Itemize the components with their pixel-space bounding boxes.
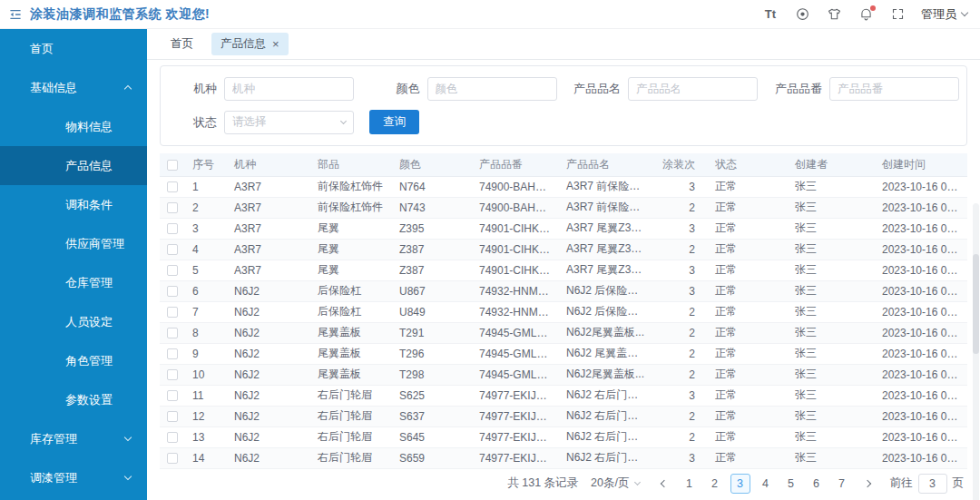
cell-seq: 2 <box>185 197 227 218</box>
page-4[interactable]: 4 <box>756 474 776 494</box>
page-size-select[interactable]: 20条/页 <box>591 475 639 491</box>
table-row[interactable]: 3 A3R7 尾翼 Z395 74901-CIHK00... A3R7 尾翼Z3… <box>160 218 967 239</box>
row-checkbox[interactable] <box>167 181 178 192</box>
scrollbar-thumb[interactable] <box>973 254 979 354</box>
total-records: 共 131 条记录 <box>507 475 578 491</box>
content-area: 机种 颜色 产品品名 <box>147 60 980 500</box>
row-checkbox[interactable] <box>167 307 178 318</box>
dashboard-target-icon[interactable] <box>794 6 810 23</box>
cell-status: 正常 <box>708 301 788 322</box>
cell-model: N6J2 <box>227 280 310 301</box>
color-input[interactable] <box>427 77 557 101</box>
sidebar-item-material-info[interactable]: 物料信息 <box>0 107 147 146</box>
table-row[interactable]: 2 A3R7 前保险杠饰件 N743 74900-BAHG00... A3R7 … <box>160 197 967 218</box>
row-checkbox[interactable] <box>167 453 178 464</box>
search-button[interactable]: 查询 <box>369 110 419 134</box>
row-checkbox[interactable] <box>167 390 178 401</box>
select-all-checkbox[interactable] <box>167 160 178 171</box>
sidebar-item-paint-mix-mgmt[interactable]: 调漆管理 <box>0 458 147 497</box>
product-no-input[interactable] <box>829 77 959 101</box>
cell-part: 尾翼盖板 <box>310 364 392 385</box>
table-row[interactable]: 10 N6J2 尾翼盖板 T298 74945-GMLO0... N6J2尾翼盖… <box>160 364 967 385</box>
cell-created: 2023-10-16 00... <box>875 301 967 322</box>
row-checkbox[interactable] <box>167 411 178 422</box>
row-checkbox[interactable] <box>167 328 178 338</box>
sidebar-item-supplier-mgmt[interactable]: 供应商管理 <box>0 224 147 263</box>
cell-creator: 张三 <box>788 385 875 406</box>
cell-product-name: N6J2 右后门轮... <box>559 426 653 447</box>
sidebar-item-mix-condition[interactable]: 调和条件 <box>0 185 147 224</box>
sidebar-item-parameter-setting[interactable]: 参数设置 <box>0 380 147 419</box>
table-row[interactable]: 8 N6J2 尾翼盖板 T291 74945-GMLO0... N6J2尾翼盖板… <box>160 322 967 343</box>
row-checkbox[interactable] <box>167 244 178 255</box>
row-checkbox[interactable] <box>167 348 178 359</box>
row-checkbox[interactable] <box>167 202 178 213</box>
cell-creator: 张三 <box>788 301 875 322</box>
cell-part-no: 74977-EKIJM0... <box>472 426 559 447</box>
cell-coats: 2 <box>653 239 708 260</box>
page-5[interactable]: 5 <box>781 474 801 494</box>
row-checkbox[interactable] <box>167 286 178 297</box>
page-6[interactable]: 6 <box>807 474 827 494</box>
vertical-scrollbar[interactable] <box>973 203 979 500</box>
tab-product-info[interactable]: 产品信息 × <box>211 33 289 55</box>
tab-home[interactable]: 首页 <box>165 33 199 55</box>
page-7[interactable]: 7 <box>832 474 852 494</box>
row-checkbox[interactable] <box>167 265 178 276</box>
tab-label: 产品信息 <box>220 36 266 52</box>
table-row[interactable]: 6 N6J2 后保险杠 U867 74932-HNMP0... N6J2 后保险… <box>160 280 967 301</box>
row-checkbox[interactable] <box>167 432 178 443</box>
next-page-button[interactable] <box>858 474 877 494</box>
cell-model: N6J2 <box>227 364 310 385</box>
table-row[interactable]: 1 A3R7 前保险杠饰件 N764 74900-BAHG00... A3R7 … <box>160 176 967 197</box>
cell-model: A3R7 <box>227 260 310 280</box>
cell-created: 2023-10-16 00... <box>875 406 967 426</box>
row-checkbox[interactable] <box>167 369 178 380</box>
table-row[interactable]: 7 N6J2 后保险杠 U849 74932-HNMP0... N6J2 后保险… <box>160 301 967 322</box>
cell-status: 正常 <box>708 447 788 468</box>
model-input[interactable] <box>224 77 354 101</box>
row-checkbox[interactable] <box>167 223 178 234</box>
page-3-current[interactable]: 3 <box>730 474 750 494</box>
sidebar-item-inventory-mgmt[interactable]: 库存管理 <box>0 419 147 458</box>
table-row[interactable]: 9 N6J2 尾翼盖板 T296 74945-GMLO0... N6J2 尾翼盖… <box>160 343 967 364</box>
sidebar-item-role-mgmt[interactable]: 角色管理 <box>0 341 147 380</box>
sidebar-item-basic-info[interactable]: 基础信息 <box>0 68 147 107</box>
cell-product-name: N6J2 右后门轮... <box>559 447 653 468</box>
table-row[interactable]: 11 N6J2 右后门轮眉 S625 74977-EKIJM0... N6J2 … <box>160 385 967 406</box>
cell-part-no: 74901-CIHK00... <box>472 260 559 280</box>
table-row[interactable]: 12 N6J2 右后门轮眉 S637 74977-EKIJM0... N6J2 … <box>160 406 967 426</box>
sidebar-item-personnel-setting[interactable]: 人员设定 <box>0 302 147 341</box>
fold-menu-icon[interactable] <box>7 6 24 23</box>
product-name-input[interactable] <box>628 77 758 101</box>
table-row[interactable]: 13 N6J2 右后门轮眉 S645 74977-EKIJM0... N6J2 … <box>160 426 967 447</box>
cell-color: S659 <box>392 447 472 468</box>
page-1[interactable]: 1 <box>680 474 700 494</box>
cell-coats: 3 <box>653 385 708 406</box>
cell-coats: 3 <box>653 447 708 468</box>
sidebar-item-home[interactable]: 首页 <box>0 29 147 68</box>
cell-seq: 4 <box>185 239 227 260</box>
prev-page-button[interactable] <box>654 474 674 494</box>
cell-part-no: 74977-EKIJM0... <box>472 406 559 426</box>
chevron-down-icon <box>633 479 640 485</box>
table-row[interactable]: 5 A3R7 尾翼 Z387 74901-CIHK00... A3R7 尾翼Z3… <box>160 260 967 280</box>
table-row[interactable]: 14 N6J2 右后门轮眉 S659 74977-EKIJM0... N6J2 … <box>160 447 967 468</box>
cell-part-no: 74977-EKIJM0... <box>472 385 559 406</box>
theme-skin-icon[interactable] <box>826 6 842 23</box>
notification-bell-icon[interactable] <box>858 6 874 23</box>
chevron-down-icon <box>124 473 132 480</box>
sidebar-item-warehouse-mgmt[interactable]: 仓库管理 <box>0 263 147 302</box>
fullscreen-icon[interactable] <box>889 6 906 23</box>
status-select[interactable]: 请选择 <box>224 111 354 134</box>
cell-color: S625 <box>392 385 472 406</box>
cell-color: T296 <box>392 343 472 364</box>
pagination: 共 131 条记录 20条/页 1 2 3 4 5 6 7 前往 <box>160 474 967 494</box>
close-icon[interactable]: × <box>272 38 279 50</box>
sidebar-item-product-info[interactable]: 产品信息 <box>0 146 147 185</box>
user-menu[interactable]: 管理员 <box>921 6 967 23</box>
page-2[interactable]: 2 <box>705 474 725 494</box>
table-row[interactable]: 4 A3R7 尾翼 Z387 74901-CIHK00... A3R7 尾翼Z3… <box>160 239 967 260</box>
goto-page-input[interactable] <box>918 474 947 494</box>
font-size-icon[interactable]: Tt <box>762 6 779 23</box>
